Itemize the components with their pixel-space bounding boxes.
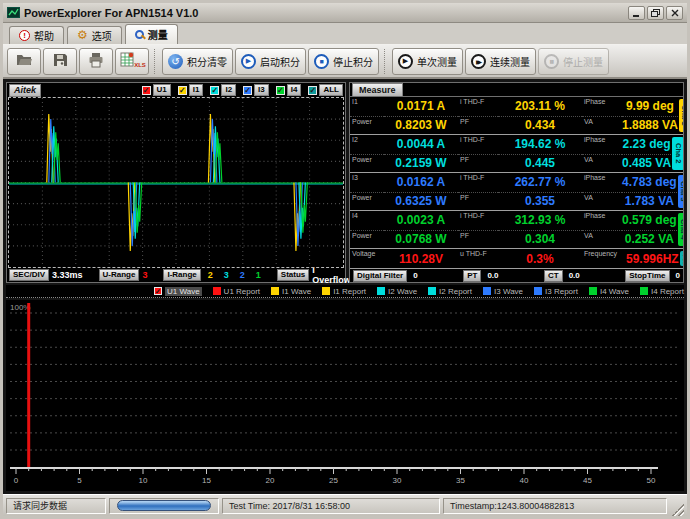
channel-toggle-label: ALL (319, 84, 343, 96)
ch2-l2-label-4: VA (582, 154, 622, 173)
ch3-l1-value-1: 0.0162 A (384, 173, 458, 192)
voltage-value-1: 110.28V (384, 249, 458, 268)
tab-options[interactable]: ⚙选项 (67, 26, 122, 44)
integral-reset-icon: ↺ (168, 54, 183, 69)
irange-value-4: 1 (256, 270, 261, 280)
legend-item-label: I1 Report (333, 287, 366, 296)
legend-item-i2-report[interactable]: I2 Report (428, 287, 472, 296)
ch4-l1-value-3: 312.93 % (498, 211, 582, 230)
app-icon (7, 7, 20, 18)
legend-item-label: I2 Wave (388, 287, 417, 296)
svg-text:5: 5 (77, 476, 82, 485)
ch2-l1-label-4: iPhase (582, 135, 622, 154)
legend-swatch-icon (534, 287, 542, 295)
svg-text:0: 0 (14, 476, 19, 485)
open-file-button[interactable] (7, 48, 41, 75)
channel-tab-ch1[interactable]: Cha 1 (679, 99, 684, 132)
toolbar-separator (154, 49, 157, 74)
legend-swatch-icon (322, 287, 330, 295)
channel-tab-ch4[interactable]: Cha 4 (678, 213, 684, 246)
channel-checkbox-icon: ✓ (178, 86, 187, 95)
channel-toggle-u1[interactable]: ✓U1 (142, 84, 171, 96)
channel-toggle-label: I4 (287, 84, 302, 96)
legend-item-i3-wave[interactable]: I3 Wave (483, 287, 523, 296)
channel-toggle-i2[interactable]: ✓I2 (210, 84, 236, 96)
legend-item-u1-report[interactable]: U1 Report (213, 287, 260, 296)
measure-grid-ch4: I40.0023 Ai THD-F312.93 %iPhase0.579 deg… (350, 211, 677, 248)
channel-tab-ch2[interactable]: Cha 2 (672, 137, 684, 170)
ch3-l2-label-2: PF (458, 192, 498, 211)
ch3-l2-value-3: 0.355 (498, 192, 582, 211)
ch2-l2-value-1: 0.2159 W (384, 154, 458, 173)
legend-swatch-icon (377, 287, 385, 295)
svg-text:15: 15 (202, 476, 211, 485)
print-button[interactable] (79, 48, 113, 75)
save-file-icon (51, 51, 69, 71)
svg-text:35: 35 (456, 476, 465, 485)
voltage-value-5: 59.996HZ (626, 249, 679, 268)
channel-toggle-i3[interactable]: ✓I3 (243, 84, 269, 96)
legend-item-i3-report[interactable]: I3 Report (534, 287, 578, 296)
channel-toggle-all[interactable]: ✓ALL (308, 84, 343, 96)
measure-panel: Measure I10.0171 Ai THD-F203.11 %iPhase9… (349, 82, 684, 283)
channel-toggle-i1[interactable]: ✓I1 (178, 84, 204, 96)
client-area: Aitek ✓U1✓I1✓I2✓I3✓I4✓ALL SEC/DIV3.33msU… (3, 79, 687, 494)
tab-measure[interactable]: 测量 (125, 24, 178, 44)
measure-tab[interactable]: Measure (352, 83, 403, 96)
scope-channel-toggles: ✓U1✓I1✓I2✓I3✓I4✓ALL (142, 84, 343, 96)
svg-text:10: 10 (139, 476, 148, 485)
channel-tab-ch3[interactable]: Cha 3 (678, 175, 684, 208)
channel-checkbox-icon: ✓ (308, 86, 317, 95)
measure-footer-label-3: StopTime (625, 270, 669, 282)
ch3-l2-value-5: 1.783 VA (622, 192, 677, 211)
single-measure-label: 单次测量 (417, 54, 457, 69)
stop-measure-button[interactable]: ▮▮停止测量 (538, 48, 609, 75)
single-measure-button[interactable]: ▶单次测量 (392, 48, 463, 75)
continuous-measure-button[interactable]: ▶▶连续测量 (465, 48, 536, 75)
options-icon: ⚙ (77, 30, 88, 41)
measure-icon (135, 30, 144, 39)
legend-swatch-icon (271, 287, 279, 295)
legend-item-label: I1 Wave (282, 287, 311, 296)
save-file-button[interactable] (43, 48, 77, 75)
measure-footer-group-0: Digital Filter0 (353, 270, 418, 282)
progress-section (109, 498, 219, 514)
legend-item-u1-wave[interactable]: ✓U1 Wave (154, 287, 202, 296)
voltage-tab[interactable]: Vol (680, 251, 684, 266)
minimize-button[interactable] (628, 6, 645, 20)
svg-text:20: 20 (266, 476, 275, 485)
irange-value-1: 2 (208, 270, 213, 280)
stop-measure-label: 停止测量 (563, 54, 603, 69)
tab-help[interactable]: !帮助 (9, 26, 64, 44)
channel-toggle-label: U1 (153, 84, 171, 96)
measure-row-ch4: I40.0023 Ai THD-F312.93 %iPhase0.579 deg… (350, 210, 683, 248)
urange-label: U-Range (99, 269, 140, 281)
scope-header: Aitek ✓U1✓I1✓I2✓I3✓I4✓ALL (7, 83, 345, 97)
integral-start-button[interactable]: ▶启动积分 (235, 48, 306, 75)
ch1-l2-label-2: PF (458, 116, 498, 135)
ch3-l1-label-4: iPhase (582, 173, 622, 192)
ch4-l1-label-4: iPhase (582, 211, 622, 230)
trend-chart-svg: 100%05101520253035404550 (6, 300, 684, 491)
legend-item-i4-report[interactable]: I4 Report (640, 287, 684, 296)
integral-stop-button[interactable]: ■停止积分 (308, 48, 379, 75)
integral-reset-button[interactable]: ↺积分清零 (162, 48, 233, 75)
legend-item-i1-wave[interactable]: I1 Wave (271, 287, 311, 296)
close-button[interactable] (666, 6, 683, 20)
toolbar: XLS↺积分清零▶启动积分■停止积分▶单次测量▶▶连续测量▮▮停止测量 (3, 45, 687, 79)
channel-checkbox-icon: ✓ (142, 86, 151, 95)
test-time: Test Time: 2017/8/31 16:58:00 (222, 498, 440, 514)
ch4-l1-value-1: 0.0023 A (384, 211, 458, 230)
channel-toggle-i4[interactable]: ✓I4 (276, 84, 302, 96)
legend-item-i4-wave[interactable]: I4 Wave (589, 287, 629, 296)
app-window: PowerExplorer For APN1514 V1.0 !帮助⚙选项测量 … (0, 0, 690, 519)
legend-item-i1-report[interactable]: I1 Report (322, 287, 366, 296)
measure-footer: Digital Filter0PT0.0CT0.0StopTime0 (350, 268, 683, 282)
export-xls-button[interactable]: XLS (115, 48, 149, 75)
status-value: I Overflow (312, 265, 351, 285)
legend-item-i2-wave[interactable]: I2 Wave (377, 287, 417, 296)
resize-grip[interactable] (672, 504, 684, 516)
restore-button[interactable] (647, 6, 664, 20)
urange-value: 3 (142, 270, 147, 280)
ch4-l1-value-5: 0.579 deg (622, 211, 677, 230)
